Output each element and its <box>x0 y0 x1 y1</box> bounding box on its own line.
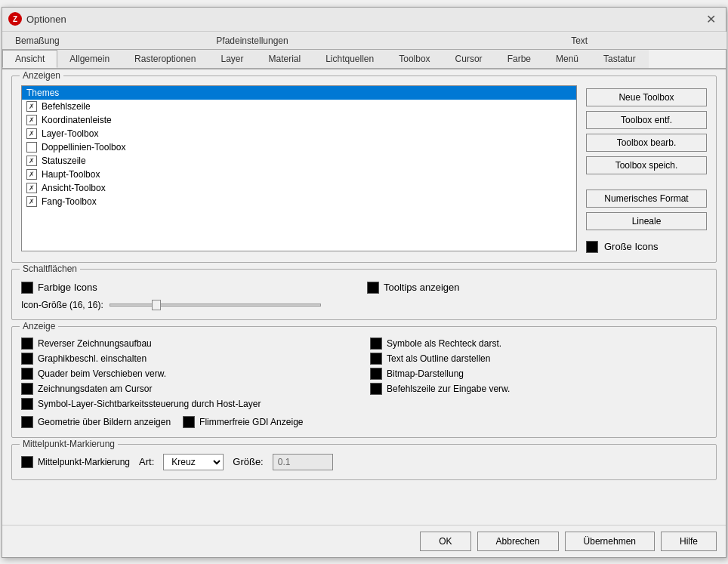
checkbox-icon <box>26 183 37 193</box>
checkbox-icon <box>26 169 37 180</box>
checkbox-icon <box>21 398 33 410</box>
tab-farbe[interactable]: Farbe <box>495 50 544 68</box>
checkbox-icon <box>26 128 37 139</box>
grosse-icons-row: Große Icons <box>586 241 707 253</box>
symbole-checkbox[interactable]: Symbole als Rechteck darst. <box>370 337 707 350</box>
abbrechen-button[interactable]: Abbrechen <box>477 532 559 551</box>
tab-ansicht[interactable]: Ansicht <box>2 50 57 68</box>
grosse-input[interactable] <box>273 454 333 470</box>
tooltips-checkbox[interactable] <box>367 282 379 294</box>
geometrie-checkbox[interactable]: Geometrie über Bildern anzeigen <box>21 416 171 428</box>
list-item[interactable]: Themes <box>22 86 576 100</box>
tooltips-label: Tooltips anzeigen <box>384 282 459 293</box>
befehlszeile-eingabe-checkbox[interactable]: Befehlszeile zur Eingabe verw. <box>370 383 707 395</box>
footer: OK Abbrechen Übernehmen Hilfe <box>2 525 726 557</box>
grosse-icons-checkbox[interactable] <box>586 241 598 253</box>
art-label: Art: <box>139 456 154 467</box>
list-item-label: Layer-Toolbox <box>42 128 98 139</box>
anzeigen-listbox[interactable]: Themes Befehlszeile Koordinatenleiste <box>21 85 577 251</box>
anzeigen-label: Anzeigen <box>20 70 63 81</box>
mittelpunkt-checkbox[interactable]: Mittelpunkt-Markierung <box>21 456 130 468</box>
list-item-label: Haupt-Toolbox <box>42 169 100 180</box>
list-item[interactable]: Haupt-Toolbox <box>22 168 576 181</box>
list-item[interactable]: Layer-Toolbox <box>22 127 576 140</box>
tabs-section: Bemaßung Pfadeinstellungen Text Ansicht … <box>2 32 726 69</box>
tab-cursor[interactable]: Cursor <box>443 50 495 68</box>
list-item-label: Koordinatenleiste <box>42 115 112 125</box>
list-item-label: Statuszeile <box>42 156 86 166</box>
farbige-icons-label: Farbige Icons <box>38 282 97 293</box>
tab-bemabung[interactable]: Bemaßung <box>2 32 72 49</box>
quader-checkbox[interactable]: Quader beim Verschieben verw. <box>21 368 358 380</box>
flimmerfrei-checkbox[interactable]: Flimmerfreie GDI Anzeige <box>183 416 303 428</box>
ubernehmen-button[interactable]: Übernehmen <box>565 532 655 551</box>
checkbox-icon <box>26 156 37 166</box>
main-content: Anzeigen Themes Befehlszeile <box>2 69 726 525</box>
tab-text[interactable]: Text <box>432 32 726 49</box>
schaltflachen-label: Schaltflächen <box>20 264 80 274</box>
title-bar: Z Optionen ✕ <box>2 8 726 32</box>
close-button[interactable]: ✕ <box>702 10 720 28</box>
checkbox-icon <box>370 383 382 395</box>
reverser-checkbox[interactable]: Reverser Zeichnungsaufbau <box>21 337 358 350</box>
list-item[interactable]: Befehlszeile <box>22 100 576 113</box>
tab-lichtquellen[interactable]: Lichtquellen <box>313 50 387 68</box>
hilfe-button[interactable]: Hilfe <box>661 532 717 551</box>
grosse-label: Größe: <box>233 456 263 467</box>
checkbox-icon <box>26 196 37 207</box>
checkbox-icon <box>183 416 195 428</box>
list-item-label: Befehlszeile <box>42 101 91 112</box>
schaltflachen-group: Schaltflächen Farbige Icons Tooltips anz… <box>11 269 717 320</box>
list-item[interactable]: Koordinatenleiste <box>22 113 576 127</box>
toolbox-speich-button[interactable]: Toolbox speich. <box>586 156 707 174</box>
tab-layer[interactable]: Layer <box>208 50 256 68</box>
tab-pfadeinstellungen[interactable]: Pfadeinstellungen <box>72 32 433 49</box>
anzeigen-group: Anzeigen Themes Befehlszeile <box>11 76 717 263</box>
symbol-layer-checkbox[interactable]: Symbol-Layer-Sichtbarkeitssteuerung durc… <box>21 398 707 410</box>
mittelpunkt-label: Mittelpunkt-Markierung <box>20 439 118 449</box>
options-dialog: Z Optionen ✕ Bemaßung Pfadeinstellungen … <box>2 7 726 558</box>
checkbox-icon <box>370 353 382 365</box>
list-item[interactable]: Doppellinien-Toolbox <box>22 140 576 154</box>
list-item[interactable]: Statuszeile <box>22 154 576 168</box>
anzeige-label: Anzeige <box>20 321 58 331</box>
list-item-label: Ansicht-Toolbox <box>42 183 106 193</box>
icon-grosse-label: Icon-Größe (16, 16): <box>21 300 103 310</box>
toolbox-bearb-button[interactable]: Toolbox bearb. <box>586 134 707 152</box>
tab-rasteroptionen[interactable]: Rasteroptionen <box>122 50 208 68</box>
farbige-icons-checkbox[interactable] <box>21 282 33 294</box>
slider-thumb[interactable] <box>152 300 161 310</box>
checkbox-icon <box>26 142 37 153</box>
list-item[interactable]: Fang-Toolbox <box>22 195 576 208</box>
checkbox-icon <box>21 353 33 365</box>
icon-grosse-slider[interactable] <box>110 304 321 307</box>
checkbox-icon <box>26 101 37 112</box>
bitmap-checkbox[interactable]: Bitmap-Darstellung <box>370 368 707 380</box>
bottom-tab-row: Ansicht Allgemein Rasteroptionen Layer M… <box>2 50 726 69</box>
zeichnungsdaten-checkbox[interactable]: Zeichnungsdaten am Cursor <box>21 383 358 395</box>
top-tab-row: Bemaßung Pfadeinstellungen Text <box>2 32 726 50</box>
tab-toolbox[interactable]: Toolbox <box>386 50 443 68</box>
art-select[interactable]: Kreuz <box>163 454 224 470</box>
checkbox-icon <box>370 337 382 350</box>
toolbox-buttons: Neue Toolbox Toolbox entf. Toolbox bearb… <box>586 85 707 253</box>
checkbox-icon <box>370 368 382 380</box>
lineale-button[interactable]: Lineale <box>586 212 707 230</box>
list-item-label: Themes <box>26 88 59 98</box>
app-icon: Z <box>8 12 22 26</box>
toolbox-entf-button[interactable]: Toolbox entf. <box>586 111 707 129</box>
text-outline-checkbox[interactable]: Text als Outline darstellen <box>370 353 707 365</box>
grosse-icons-label: Große Icons <box>604 241 659 252</box>
neue-toolbox-button[interactable]: Neue Toolbox <box>586 88 707 106</box>
numerisches-format-button[interactable]: Numerisches Format <box>586 190 707 208</box>
checkbox-icon <box>26 115 37 125</box>
tab-material[interactable]: Material <box>255 50 313 68</box>
tab-tastatur[interactable]: Tastatur <box>591 50 649 68</box>
tab-allgemein[interactable]: Allgemein <box>57 50 122 68</box>
list-item[interactable]: Ansicht-Toolbox <box>22 181 576 195</box>
checkbox-icon <box>21 368 33 380</box>
graphik-checkbox[interactable]: Graphikbeschl. einschalten <box>21 353 358 365</box>
tab-menu[interactable]: Menü <box>543 50 591 68</box>
ok-button[interactable]: OK <box>420 532 470 551</box>
anzeigen-listbox-container: Themes Befehlszeile Koordinatenleiste <box>21 85 577 253</box>
